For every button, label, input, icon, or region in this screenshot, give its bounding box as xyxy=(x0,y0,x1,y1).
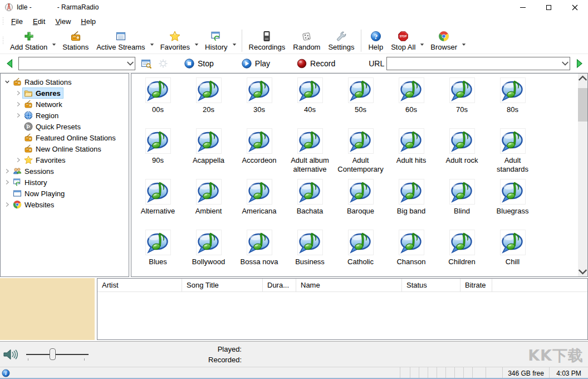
genre-item-business[interactable]: Business xyxy=(285,230,335,276)
genre-item-blind[interactable]: Blind xyxy=(437,179,487,230)
dropdown-arrow-icon[interactable] xyxy=(232,43,237,46)
sidebar-item-featured-online-stations[interactable]: Featured Online Stations xyxy=(1,132,129,143)
scroll-down-button[interactable] xyxy=(578,267,587,276)
menu-help[interactable]: Help xyxy=(76,16,101,27)
chevron-right-icon[interactable] xyxy=(14,157,23,163)
toolbar-button-browser[interactable]: Browser xyxy=(427,29,461,53)
menu-file[interactable]: File xyxy=(6,16,28,27)
scroll-up-button[interactable] xyxy=(578,74,587,83)
chevron-down-icon[interactable] xyxy=(3,79,12,85)
menu-view[interactable]: View xyxy=(50,16,76,27)
station-combo-input[interactable] xyxy=(19,57,126,70)
station-details-button[interactable] xyxy=(141,58,152,69)
station-combo[interactable] xyxy=(18,57,135,70)
genre-item-30s[interactable]: 30s xyxy=(234,77,285,128)
genre-item-accordeon[interactable]: Accordeon xyxy=(234,128,285,179)
genre-item-chanson[interactable]: Chanson xyxy=(386,230,437,276)
menu-edit[interactable]: Edit xyxy=(28,16,50,27)
genre-item-catholic[interactable]: Catholic xyxy=(335,230,386,276)
play-button[interactable]: Play xyxy=(242,59,270,69)
column-header-status[interactable]: Status xyxy=(402,279,460,291)
chevron-right-icon[interactable] xyxy=(14,101,23,107)
vertical-scrollbar[interactable] xyxy=(578,74,587,276)
genre-item-blues[interactable]: Blues xyxy=(133,230,183,276)
genre-item-adult-album-alternative[interactable]: Adult album alternative xyxy=(285,128,335,179)
column-header-song-title[interactable]: Song Title xyxy=(182,279,263,291)
genre-item-chill[interactable]: Chill xyxy=(487,230,538,276)
sidebar-item-genres[interactable]: Genres xyxy=(1,88,129,99)
back-button[interactable] xyxy=(6,59,13,69)
column-header-bitrate[interactable]: Bitrate xyxy=(460,279,492,291)
genre-item-70s[interactable]: 70s xyxy=(437,77,487,128)
genre-item-bollywood[interactable]: Bollywood xyxy=(183,230,234,276)
sidebar-item-history[interactable]: History xyxy=(1,177,129,188)
sidebar-item-new-online-stations[interactable]: New Online Stations xyxy=(1,143,129,154)
url-combo[interactable] xyxy=(386,57,570,70)
toolbar-button-help[interactable]: ?Help xyxy=(364,29,387,53)
column-header-dura[interactable]: Dura... xyxy=(263,279,296,291)
volume-slider[interactable] xyxy=(26,347,89,362)
genre-item-adult-contemporary[interactable]: Adult Contemporary xyxy=(335,128,386,179)
genre-item-00s[interactable]: 00s xyxy=(133,77,183,128)
genre-item-bossa-nova[interactable]: Bossa nova xyxy=(234,230,285,276)
sidebar-item-region[interactable]: Region xyxy=(1,110,129,121)
minimize-button[interactable] xyxy=(509,0,536,14)
dropdown-arrow-icon[interactable] xyxy=(461,43,467,46)
genre-item-40s[interactable]: 40s xyxy=(285,77,335,128)
genre-item-90s[interactable]: 90s xyxy=(133,128,183,179)
url-input[interactable] xyxy=(387,57,561,70)
genre-item-americana[interactable]: Americana xyxy=(234,179,285,230)
genre-item-bluegrass[interactable]: Bluegrass xyxy=(487,179,538,230)
record-button[interactable]: Record xyxy=(297,59,335,69)
genre-item-baroque[interactable]: Baroque xyxy=(335,179,386,230)
genre-item-adult-standards[interactable]: Adult standards xyxy=(487,128,538,179)
genre-item-80s[interactable]: 80s xyxy=(487,77,538,128)
sidebar-item-radio-stations[interactable]: Radio Stations xyxy=(1,76,129,88)
chevron-right-icon[interactable] xyxy=(14,90,23,96)
chevron-down-icon[interactable] xyxy=(126,61,135,66)
volume-track[interactable] xyxy=(26,354,89,355)
sidebar-item-quick-presets[interactable]: PQuick Presets xyxy=(1,121,129,132)
genre-item-bachata[interactable]: Bachata xyxy=(285,179,335,230)
stop-button[interactable]: Stop xyxy=(184,59,214,69)
chevron-right-icon[interactable] xyxy=(3,179,12,185)
sidebar-item-network[interactable]: Network xyxy=(1,99,129,110)
toolbar-button-random[interactable]: Random xyxy=(289,29,324,53)
toolbar-button-stations[interactable]: Stations xyxy=(58,29,92,53)
genre-item-children[interactable]: Children xyxy=(437,230,487,276)
genre-item-acappella[interactable]: Acappella xyxy=(183,128,234,179)
genre-item-big-band[interactable]: Big band xyxy=(386,179,437,230)
genre-item-adult-hits[interactable]: Adult hits xyxy=(386,128,437,179)
dropdown-arrow-icon[interactable] xyxy=(419,43,425,46)
toolbar-button-recordings[interactable]: Recordings xyxy=(245,29,290,53)
volume-thumb[interactable] xyxy=(50,348,56,360)
genre-item-alternative[interactable]: Alternative xyxy=(133,179,183,230)
chevron-right-icon[interactable] xyxy=(3,202,12,207)
toolbar-button-favorites[interactable]: Favorites xyxy=(156,29,194,53)
toolbar-button-settings[interactable]: Settings xyxy=(324,29,358,53)
go-button[interactable] xyxy=(576,59,584,69)
toolbar-button-stop-all[interactable]: STOPStop All xyxy=(387,29,419,53)
dropdown-arrow-icon[interactable] xyxy=(149,43,155,46)
sidebar-item-now-playing[interactable]: Now Playing xyxy=(1,188,129,199)
close-button[interactable] xyxy=(562,0,588,14)
sidebar-item-favorites[interactable]: Favorites xyxy=(1,154,129,166)
scrollbar-thumb[interactable] xyxy=(578,88,587,122)
genre-item-adult-rock[interactable]: Adult rock xyxy=(437,128,487,179)
tuner-button[interactable] xyxy=(158,58,169,69)
sidebar-item-websites[interactable]: Websites xyxy=(1,199,129,210)
sidebar-item-sessions[interactable]: Sessions xyxy=(1,166,129,177)
chevron-right-icon[interactable] xyxy=(14,113,23,118)
toolbar-button-active-streams[interactable]: Active Streams xyxy=(92,29,149,53)
chevron-right-icon[interactable] xyxy=(3,168,12,174)
toolbar-button-history[interactable]: History xyxy=(201,29,231,53)
chevron-down-icon[interactable] xyxy=(561,61,570,66)
genre-item-60s[interactable]: 60s xyxy=(386,77,437,128)
genre-item-50s[interactable]: 50s xyxy=(335,77,386,128)
column-header-name[interactable]: Name xyxy=(296,279,402,291)
genre-item-20s[interactable]: 20s xyxy=(183,77,234,128)
toolbar-button-add-station[interactable]: Add Station xyxy=(6,29,51,53)
dropdown-arrow-icon[interactable] xyxy=(194,43,199,46)
genre-item-ambient[interactable]: Ambient xyxy=(183,179,234,230)
dropdown-arrow-icon[interactable] xyxy=(51,43,57,46)
